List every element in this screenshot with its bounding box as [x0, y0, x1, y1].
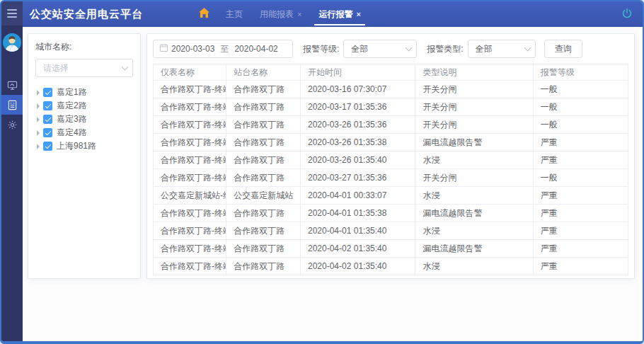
cell-start-time: 2020-03-27 01:35:36	[301, 169, 415, 187]
cell-start-time: 2020-03-26 01:35:36	[301, 116, 415, 134]
city-select[interactable]: 请选择	[35, 59, 133, 77]
cell-station-name: 合作路双丁路	[226, 240, 301, 258]
sidebar-item-settings[interactable]	[1, 115, 23, 134]
cell-alarm-level: 一般	[533, 169, 628, 187]
table-row[interactable]: 合作路双丁路-终端1 合作路双丁路 2020-03-17 01:35:36 开关…	[154, 98, 628, 116]
date-start[interactable]: 2020-03-03	[171, 44, 214, 54]
cell-start-time: 2020-03-17 01:35:36	[301, 98, 415, 116]
cell-meter-name: 合作路双丁路-终端1	[154, 240, 226, 258]
table-row[interactable]: 合作路双丁路-终端1 合作路双丁路 2020-03-26 01:35:36 开关…	[154, 116, 628, 134]
main-content: 城市名称: 请选择 嘉定1路 嘉定2路	[23, 27, 643, 341]
checked-checkbox[interactable]	[43, 101, 52, 110]
tree-item[interactable]: 嘉定4路	[35, 126, 133, 139]
tree-item-label: 上海981路	[57, 140, 96, 152]
caret-right-icon[interactable]	[37, 130, 40, 136]
tree-item[interactable]: 嘉定2路	[35, 99, 133, 113]
tab-energy-report[interactable]: 用能报表 ×	[251, 1, 310, 27]
report-list-icon	[7, 100, 18, 110]
logout-power-icon[interactable]	[621, 8, 633, 22]
caret-right-icon[interactable]	[37, 117, 40, 122]
cell-type-desc: 漏电流越限告警	[415, 205, 533, 222]
tab-run-alarm[interactable]: 运行报警 ×	[310, 1, 369, 27]
cell-station-name: 合作路双丁路	[226, 258, 301, 275]
tree-item[interactable]: 嘉定3路	[35, 113, 133, 126]
date-end[interactable]: 2020-04-02	[234, 44, 277, 54]
cell-meter-name: 公交嘉定新城站-终端1	[154, 187, 226, 205]
close-icon[interactable]: ×	[356, 10, 360, 18]
table-row[interactable]: 合作路双丁路-终端1 合作路双丁路 2020-03-27 01:35:36 开关…	[154, 169, 628, 187]
cell-station-name: 合作路双丁路	[226, 116, 301, 134]
checked-checkbox[interactable]	[43, 88, 52, 97]
sidebar-item-monitor[interactable]	[1, 75, 23, 95]
hamburger-menu-icon[interactable]	[1, 1, 23, 25]
table-column-header: 开始时间	[301, 64, 415, 81]
date-range-picker[interactable]: 2020-03-03 至 2020-04-02	[153, 40, 293, 58]
cell-station-name: 合作路双丁路	[226, 151, 301, 169]
table-row[interactable]: 合作路双丁路-终端1 合作路双丁路 2020-04-01 01:35:38 漏电…	[154, 205, 628, 222]
cell-start-time: 2020-04-02 01:35:40	[301, 240, 415, 258]
checked-checkbox[interactable]	[43, 142, 52, 151]
alarm-level-select[interactable]: 全部	[343, 40, 417, 58]
cell-station-name: 合作路双丁路	[226, 134, 301, 151]
alarm-level-label: 报警等级:	[303, 43, 339, 55]
checked-checkbox[interactable]	[43, 128, 52, 137]
table-row[interactable]: 合作路双丁路-终端1 合作路双丁路 2020-03-16 07:30:07 开关…	[154, 81, 628, 98]
app-window: 公交站安全用电云平台 主页 用能报表 × 运行报警 ×	[0, 0, 644, 344]
monitor-icon	[7, 80, 18, 91]
tab-home[interactable]: 主页	[217, 1, 251, 27]
cell-alarm-level: 严重	[533, 258, 628, 275]
caret-right-icon[interactable]	[37, 144, 40, 149]
tree-item-label: 嘉定1路	[57, 86, 87, 98]
cell-meter-name: 合作路双丁路-终端1	[154, 81, 226, 98]
user-avatar[interactable]	[3, 33, 21, 52]
table-row[interactable]: 合作路双丁路-终端1 合作路双丁路 2020-03-26 01:35:40 水浸…	[154, 151, 628, 169]
table-row[interactable]: 合作路双丁路-终端1 合作路双丁路 2020-04-01 01:35:40 水浸…	[154, 222, 628, 240]
gear-icon	[7, 120, 18, 130]
cell-station-name: 合作路双丁路	[226, 169, 301, 187]
cell-start-time: 2020-03-26 01:35:38	[301, 134, 415, 151]
caret-right-icon[interactable]	[37, 90, 40, 96]
table-row[interactable]: 合作路双丁路-终端1 合作路双丁路 2020-03-26 01:35:38 漏电…	[154, 134, 628, 151]
table-row[interactable]: 公交嘉定新城站-终端1 公交嘉定新城站 2020-04-01 00:33:07 …	[154, 187, 628, 205]
cell-type-desc: 漏电流越限告警	[415, 240, 533, 258]
table-header-row: 仪表名称站台名称开始时间类型说明报警等级	[154, 64, 628, 81]
close-icon[interactable]: ×	[297, 10, 301, 18]
cell-alarm-level: 严重	[533, 134, 628, 151]
cell-type-desc: 开关分闸	[415, 116, 533, 134]
cell-type-desc: 开关分闸	[415, 169, 533, 187]
tree-item[interactable]: 上海981路	[35, 139, 133, 153]
chevron-down-icon	[122, 64, 129, 71]
cell-type-desc: 水浸	[415, 222, 533, 240]
alarm-type-label: 报警类型:	[427, 43, 463, 55]
tab-label: 用能报表	[260, 8, 294, 21]
alarm-level-value: 全部	[351, 43, 368, 55]
home-tab[interactable]	[191, 1, 217, 27]
cell-meter-name: 合作路双丁路-终端1	[154, 98, 226, 116]
cell-type-desc: 开关分闸	[415, 98, 533, 116]
query-button[interactable]: 查询	[544, 40, 582, 58]
sidebar-item-reports[interactable]	[1, 95, 23, 115]
cell-start-time: 2020-03-16 07:30:07	[301, 81, 415, 98]
cell-station-name: 合作路双丁路	[226, 81, 301, 98]
tree-item-label: 嘉定3路	[57, 113, 87, 125]
city-name-label: 城市名称:	[35, 41, 133, 53]
cell-alarm-level: 一般	[533, 116, 628, 134]
table-row[interactable]: 合作路双丁路-终端1 合作路双丁路 2020-04-02 01:35:40 水浸…	[154, 258, 628, 275]
cell-type-desc: 漏电流越限告警	[415, 134, 533, 151]
caret-right-icon[interactable]	[37, 103, 40, 109]
alarm-table: 仪表名称站台名称开始时间类型说明报警等级 合作路双丁路-终端1 合作路双丁路 2…	[153, 64, 628, 275]
side-rail	[1, 1, 23, 341]
city-panel: 城市名称: 请选择 嘉定1路 嘉定2路	[28, 33, 141, 279]
calendar-icon	[159, 43, 168, 55]
table-row[interactable]: 合作路双丁路-终端1 合作路双丁路 2020-04-02 01:35:40 漏电…	[154, 240, 628, 258]
tree-item[interactable]: 嘉定1路	[35, 86, 133, 99]
chevron-down-icon	[524, 45, 531, 52]
date-separator: 至	[220, 43, 229, 55]
header-tabs: 主页 用能报表 × 运行报警 ×	[191, 1, 369, 27]
cell-alarm-level: 严重	[533, 240, 628, 258]
cell-start-time: 2020-03-26 01:35:40	[301, 151, 415, 169]
table-column-header: 仪表名称	[154, 64, 226, 81]
alarm-type-select[interactable]: 全部	[468, 40, 536, 58]
alarm-panel: 2020-03-03 至 2020-04-02 报警等级: 全部 报警类型: 全…	[146, 33, 635, 279]
checked-checkbox[interactable]	[43, 115, 52, 124]
